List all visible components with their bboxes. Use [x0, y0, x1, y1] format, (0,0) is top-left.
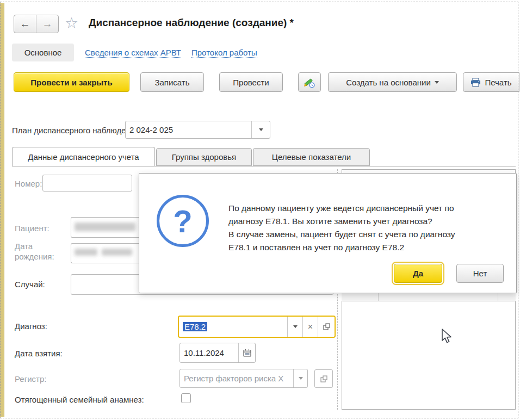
question-circle-icon: ? — [157, 195, 209, 247]
calendar-icon — [243, 349, 251, 357]
dialog-message: По данному пациенту уже ведется диспансе… — [228, 202, 455, 254]
patient-value-redacted — [75, 223, 135, 231]
diagnosis-clear-button[interactable]: × — [302, 317, 318, 337]
diagnosis-value-selected: E78.2 — [183, 322, 207, 331]
date-taken-calendar-button[interactable] — [238, 343, 255, 362]
grid-column-divider — [378, 293, 379, 301]
section-link-arvt[interactable]: Сведения о схемах АРВТ — [85, 48, 181, 58]
pencil-clock-icon — [303, 76, 316, 89]
date-taken-input[interactable]: 10.11.2024 — [179, 343, 256, 363]
page-title: Диспансерное наблюдение (создание) * — [89, 17, 294, 29]
mouse-cursor — [442, 329, 454, 345]
set-posting-time-button[interactable] — [298, 72, 321, 92]
star-icon[interactable]: ☆ — [65, 14, 78, 32]
register-open-button[interactable] — [314, 369, 333, 388]
case-label: Случай: — [15, 280, 45, 289]
history-nav: ← → — [14, 15, 59, 33]
grid-column-divider — [498, 293, 498, 301]
post-and-close-button[interactable]: Провести и закрыть — [14, 72, 129, 92]
diagnosis-input[interactable]: E78.2 × — [179, 317, 335, 337]
date-taken-value: 10.11.2024 — [180, 348, 238, 357]
arrow-right-icon: → — [42, 18, 53, 30]
plan-label: План диспансерного наблюдения: — [12, 126, 141, 135]
register-dropdown-button[interactable] — [293, 369, 307, 387]
back-button[interactable]: ← — [14, 15, 36, 33]
diagnosis-open-button[interactable] — [318, 317, 335, 337]
dialog-message-line: По данному пациенту уже ведется диспансе… — [228, 202, 455, 215]
tabs-divider — [12, 166, 516, 166]
chevron-down-icon — [435, 81, 439, 84]
window-accent-strip — [0, 3, 4, 417]
question-glyph: ? — [173, 203, 192, 239]
open-form-icon — [320, 375, 327, 382]
plan-input[interactable]: 2 024-2 025 — [125, 121, 270, 139]
diagnosis-dropdown-button[interactable] — [287, 317, 302, 337]
grid-header-row — [342, 293, 516, 301]
birthdate-value-redacted — [75, 249, 97, 256]
close-icon: × — [308, 322, 313, 332]
register-label: Регистр: — [15, 374, 46, 384]
section-link-protocol[interactable]: Протокол работы — [191, 48, 257, 58]
create-on-basis-button[interactable]: Создать на основании — [328, 72, 457, 92]
chevron-down-icon — [299, 377, 303, 380]
section-tab-main[interactable]: Основное — [12, 44, 74, 61]
dialog-message-line: В случае замены, пациент будет снят с уч… — [228, 228, 455, 241]
anamnesis-label: Отягощенный семейный анамнез: — [15, 395, 144, 404]
dialog-message-line: E78.1 и поставлен на учет по диагнозу E7… — [228, 241, 455, 254]
diagnosis-label: Диагноз: — [15, 322, 47, 331]
tab-dispensary-data[interactable]: Данные диспансерного учета — [12, 147, 155, 166]
forward-button[interactable]: → — [36, 15, 58, 33]
dialog-message-line: диагнозу E78.1. Вы хотите заменить учет … — [228, 215, 455, 228]
register-input[interactable]: Регистр факторов риска Х — [179, 369, 308, 388]
confirmation-dialog: ? По данному пациенту уже ведется диспан… — [139, 173, 517, 293]
post-button[interactable]: Провести — [219, 72, 283, 92]
birthdate-label-line1: Дата — [15, 241, 54, 251]
printer-icon — [471, 78, 481, 87]
birthdate-value-redacted — [102, 249, 132, 256]
birthdate-label: Дата рождения: — [15, 241, 54, 262]
register-value: Регистр факторов риска Х — [180, 374, 293, 383]
date-taken-label: Дата взятия: — [15, 349, 63, 358]
tab-target-indicators[interactable]: Целевые показатели — [253, 148, 370, 166]
chevron-down-icon — [293, 325, 298, 328]
chevron-down-icon — [259, 128, 263, 131]
arrow-left-icon: ← — [20, 18, 30, 30]
open-form-icon — [323, 323, 330, 330]
print-label: Печать — [485, 78, 511, 87]
print-button[interactable]: Печать — [463, 72, 519, 92]
number-label: Номер: — [15, 179, 42, 188]
plan-value: 2 024-2 025 — [126, 125, 251, 134]
patient-label: Пациент: — [15, 224, 49, 233]
create-on-basis-label: Создать на основании — [346, 78, 431, 87]
dialog-no-button[interactable]: Нет — [456, 264, 504, 283]
anamnesis-checkbox[interactable] — [181, 393, 191, 403]
tab-health-groups[interactable]: Группы здоровья — [156, 148, 252, 166]
write-button[interactable]: Записать — [140, 72, 204, 92]
app-window: ← → ☆ Диспансерное наблюдение (создание)… — [0, 0, 520, 420]
dialog-yes-button[interactable]: Да — [394, 264, 442, 283]
number-input[interactable] — [42, 175, 132, 192]
plan-dropdown-button[interactable] — [251, 121, 270, 138]
diagnosis-field-focus-ring: E78.2 × — [178, 316, 336, 338]
birthdate-label-line2: рождения: — [15, 251, 54, 262]
